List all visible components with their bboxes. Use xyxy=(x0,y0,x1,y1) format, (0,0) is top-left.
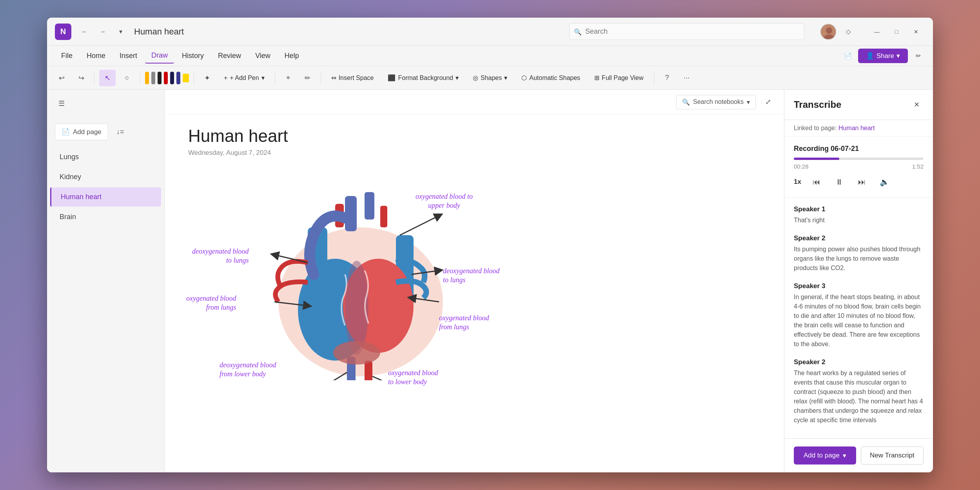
recording-section: Recording 06-07-21 00:28 1:52 1x ⏮ ⏸ ⏭ 🔈 xyxy=(784,137,933,198)
menu-right: 📄 👤 Share ▾ ✏ xyxy=(841,49,925,63)
full-page-label: Full Page View xyxy=(602,74,643,82)
separator-6 xyxy=(654,72,654,84)
speaker-block-2: Speaker 2 Its pumping power also pushes … xyxy=(794,234,924,273)
menu-home[interactable]: Home xyxy=(80,49,112,63)
shapes-dropdown: ▾ xyxy=(504,74,507,82)
page-template-btn[interactable]: 📄 xyxy=(841,49,855,63)
transcript-body: Speaker 1 That's right Speaker 2 Its pum… xyxy=(784,198,933,438)
speaker-1-text: That's right xyxy=(794,216,924,225)
sidebar: ☰ 📄 Add page ↓= Lungs Kidney Human heart… xyxy=(47,90,165,472)
shapes-button[interactable]: ◎ Shapes ▾ xyxy=(467,71,513,85)
notebook-search-button[interactable]: 🔍 Search notebooks ▾ xyxy=(676,95,756,109)
playback-speed-button[interactable]: 1x xyxy=(794,178,801,186)
undo-button[interactable]: ↩ xyxy=(53,70,70,86)
add-pen-label: + Add Pen xyxy=(230,74,259,82)
add-page-label: Add page xyxy=(73,128,102,136)
speaker-2-name: Speaker 2 xyxy=(794,234,924,242)
speaker-block-3: Speaker 3 In general, if the heart stops… xyxy=(794,282,924,349)
annotation-deoxy-lungs-left: deoxygenated bloodto lungs xyxy=(192,247,249,265)
transcribe-title: Transcribe xyxy=(794,99,841,110)
app-window: N ← → ▾ Human heart 🔍 ◇ xyxy=(47,18,933,472)
menu-insert[interactable]: Insert xyxy=(113,49,143,63)
sidebar-header: 📄 Add page ↓= xyxy=(47,117,164,147)
note-canvas: oxygenated blood toupper body deoxygenat… xyxy=(165,161,784,472)
expand-button[interactable]: ⤢ xyxy=(760,94,776,110)
pen-highlighter[interactable] xyxy=(183,74,189,82)
add-pen-button[interactable]: + + Add Pen ▾ xyxy=(218,71,270,85)
note-header: Human heart Wednesday, August 7, 2024 xyxy=(165,114,784,161)
maximize-button[interactable]: □ xyxy=(887,25,906,39)
automatic-shapes-button[interactable]: ⬡ Transcribe Automatic Shapes xyxy=(516,71,586,85)
progress-bar[interactable] xyxy=(794,158,924,160)
forward-button[interactable]: → xyxy=(96,25,110,39)
add-page-button[interactable]: 📄 Add page xyxy=(55,123,108,140)
menu-draw[interactable]: Draw xyxy=(145,48,174,64)
linked-page-link[interactable]: Human heart xyxy=(838,125,875,131)
minimize-button[interactable]: — xyxy=(868,25,886,39)
menu-items: File Home Insert Draw History Review Vie… xyxy=(55,48,305,64)
avatar xyxy=(820,24,837,40)
page-item-lungs[interactable]: Lungs xyxy=(50,147,161,167)
new-transcript-button[interactable]: New Transcript xyxy=(861,446,924,465)
skip-back-button[interactable]: ⏮ xyxy=(809,174,824,189)
pen-gray[interactable] xyxy=(151,72,155,84)
insert-space-button[interactable]: ⇔ Insert Space xyxy=(326,71,379,85)
eraser-button[interactable]: ✦ xyxy=(199,70,215,86)
sort-button[interactable]: ↓= xyxy=(113,125,128,140)
share-button[interactable]: 👤 Share ▾ xyxy=(858,49,908,63)
more-tools-button[interactable]: ··· xyxy=(679,70,695,86)
redo-button[interactable]: ↪ xyxy=(73,70,89,86)
pause-button[interactable]: ⏸ xyxy=(832,174,847,189)
more-options-btn[interactable]: ✏ xyxy=(911,49,925,63)
format-background-button[interactable]: ⬛ Format Background ▾ xyxy=(382,71,464,85)
title-bar-left: N ← → ▾ Human heart xyxy=(55,24,554,40)
lasso-tool-button[interactable]: ○ xyxy=(119,70,135,86)
draw-toolbar: ↩ ↪ ↖ ○ ✦ + + Add Pen ▾ ⌖ ✏ ⇔ Insert Spa… xyxy=(47,66,933,90)
speaker-1-name: Speaker 1 xyxy=(794,205,924,213)
pen-darkblue[interactable] xyxy=(170,72,174,84)
transcribe-link-row: Linked to page: Human heart xyxy=(784,120,933,137)
speaker-3-text: In general, if the heart stops beating, … xyxy=(794,292,924,349)
search-input[interactable] xyxy=(569,23,804,40)
full-page-view-button[interactable]: ⊞ Full Page View xyxy=(589,71,649,85)
linked-label: Linked to page: xyxy=(794,125,837,131)
page-item-kidney[interactable]: Kidney xyxy=(50,167,161,187)
speaker-block-4: Speaker 2 The heart works by a regulated… xyxy=(794,358,924,425)
menu-review[interactable]: Review xyxy=(212,49,247,63)
annotation-oxygenated-upper: oxygenated blood toupper body xyxy=(416,192,473,211)
page-list: Lungs Kidney Human heart Brain xyxy=(47,147,164,472)
diamond-icon-btn[interactable]: ◇ xyxy=(841,25,855,39)
pen-yellow[interactable] xyxy=(145,72,149,84)
page-item-brain[interactable]: Brain xyxy=(50,207,161,227)
lasso-select-button[interactable]: ⌖ xyxy=(280,70,296,86)
menu-history[interactable]: History xyxy=(176,49,210,63)
add-to-page-dropdown: ▾ xyxy=(843,452,846,460)
annotation-deoxy-lungs-right: deoxygenated bloodto lungs xyxy=(443,267,499,285)
skip-forward-button[interactable]: ⏭ xyxy=(855,174,869,189)
ruler-button[interactable]: ✏ xyxy=(299,70,316,86)
svg-line-16 xyxy=(400,216,439,235)
close-button[interactable]: ✕ xyxy=(907,25,925,39)
sidebar-toggle[interactable]: ☰ xyxy=(53,95,70,112)
onenote-icon: N xyxy=(55,24,71,40)
menu-help[interactable]: Help xyxy=(278,49,305,63)
select-tool-button[interactable]: ↖ xyxy=(99,70,116,86)
back-button[interactable]: ← xyxy=(78,25,92,39)
menu-view[interactable]: View xyxy=(249,49,277,63)
page-item-human-heart[interactable]: Human heart xyxy=(50,187,161,207)
transcribe-footer: Add to page ▾ New Transcript xyxy=(784,438,933,472)
volume-button[interactable]: 🔈 xyxy=(877,174,892,189)
pen-black[interactable] xyxy=(158,72,162,84)
speaker-4-name: Speaker 2 xyxy=(794,358,924,366)
add-to-page-button[interactable]: Add to page ▾ xyxy=(794,446,856,465)
pen-red[interactable] xyxy=(164,72,168,84)
share-dropdown-icon: ▾ xyxy=(897,52,900,60)
history-dropdown-button[interactable]: ▾ xyxy=(114,25,128,39)
help-button[interactable]: ? xyxy=(659,70,675,86)
menu-file[interactable]: File xyxy=(55,49,79,63)
close-panel-button[interactable]: ✕ xyxy=(909,98,924,112)
pen-blue[interactable] xyxy=(176,72,180,84)
share-icon: 👤 xyxy=(866,52,874,60)
speaker-block-1: Speaker 1 That's right xyxy=(794,205,924,225)
annotation-deoxy-lower: deoxygenated bloodfrom lower body xyxy=(220,361,276,379)
